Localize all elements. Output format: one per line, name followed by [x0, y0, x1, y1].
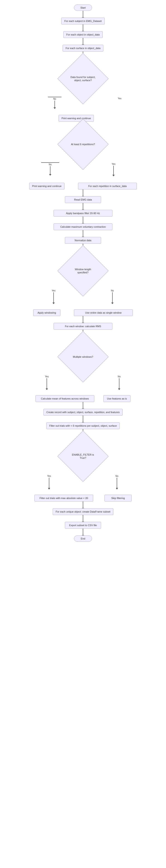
arrow-15	[83, 501, 83, 508]
bandpass-box: Apply bandpass filter 20-90 Hz	[54, 210, 112, 217]
filter-trials-box: Filter out trials with < 6 repetitions p…	[46, 422, 120, 429]
for-subject-node: For each subject in EMG_Dataset	[0, 18, 166, 24]
data-found-label: Data found for subject, object, surface?	[69, 75, 97, 82]
arrow-3	[83, 38, 83, 45]
for-object-node: For each object in object_data	[0, 31, 166, 38]
for-rep-box: For each repetition in surface_data	[78, 183, 137, 189]
arrow-1	[83, 11, 83, 18]
filter-abs-label: Filter out trials with max absolute valu…	[40, 497, 88, 499]
normalize-box: Normalize data	[65, 237, 101, 244]
filter-abs-box: Filter out trials with max absolute valu…	[34, 495, 93, 501]
multiple-windows-label: Multiple windows?	[69, 355, 97, 359]
yes-arm-ef: Yes	[35, 474, 63, 490]
end-box: End	[74, 535, 92, 542]
yes-label-data-found: Yes	[118, 97, 122, 100]
yes-label-4: Yes	[45, 375, 48, 378]
start-label: Start	[80, 6, 86, 9]
flowchart: Start For each subject in EMG_Dataset Fo…	[0, 0, 166, 868]
use-entire-col: Use entire data as single window	[74, 309, 133, 316]
for-object-box: For each object in object_data	[63, 31, 102, 38]
branch-row-6-reps: Print warning and continue For each repe…	[0, 183, 166, 189]
read-emg-box: Read EMG data	[65, 196, 101, 203]
print-warn2-box: Print warning and continue	[29, 183, 64, 189]
branch-at-least-6: No Yes	[34, 162, 132, 183]
calc-mvc-label: Calculate maximum voluntary contraction	[60, 225, 106, 228]
arrow-13	[83, 415, 83, 422]
no-label-2: No	[49, 163, 52, 166]
window-spec-node: Window length specified?	[0, 253, 166, 289]
for-unique-label: For each unique object: create DataFrame…	[56, 510, 110, 513]
calc-mean-label: Calculate mean of features across window…	[41, 397, 89, 400]
normalize-node: Normalize data	[0, 237, 166, 244]
apply-window-col: Apply windowing	[33, 309, 60, 316]
no-arm-ef: No	[103, 474, 131, 490]
for-object-label: For each object in object_data	[66, 33, 100, 36]
create-record-node: Create record with subject, object, surf…	[0, 409, 166, 415]
at-least-6-node: At least 6 repetitions?	[0, 126, 166, 162]
arrow-7	[83, 217, 83, 223]
no-arm-data-found: No	[40, 97, 69, 109]
branch-data-found: No Yes	[40, 97, 126, 115]
yes-label-1: Yes	[118, 97, 122, 100]
calc-rms-label: For each window: calculate RMS	[65, 325, 101, 328]
apply-window-box: Apply windowing	[33, 309, 60, 316]
calc-rms-node: For each window: calculate RMS	[0, 323, 166, 330]
for-surface-node: For each surface in object_data	[0, 45, 166, 52]
no-arm-mw: No	[106, 375, 133, 390]
at-least-6-label: At least 6 repetitions?	[69, 143, 97, 146]
print-warn2-col: Print warning and continue	[29, 183, 64, 189]
yes-label-3: Yes	[52, 289, 56, 292]
use-features-box: Use features as is	[103, 395, 131, 402]
arrow-8	[83, 230, 83, 237]
calc-mean-col: Calculate mean of features across window…	[35, 395, 94, 402]
no-label-3: No	[111, 289, 114, 292]
apply-window-label: Apply windowing	[37, 311, 56, 314]
arrow-17	[83, 529, 83, 535]
for-rep-col: For each repetition in surface_data	[78, 183, 137, 189]
export-csv-box: Export subset to CSV file	[65, 522, 101, 529]
for-unique-node: For each unique object: create DataFrame…	[0, 508, 166, 515]
export-csv-node: Export subset to CSV file	[0, 522, 166, 529]
data-found-node: Data found for subject, object, surface?	[0, 61, 166, 97]
print-warn1-box: Print warning and continue	[59, 115, 94, 122]
calc-mvc-box: Calculate maximum voluntary contraction	[54, 223, 112, 230]
arrow-5	[83, 189, 83, 196]
no-label-4: No	[118, 375, 121, 378]
calc-mvc-node: Calculate maximum voluntary contraction	[0, 223, 166, 230]
yes-arm-window: Yes	[40, 289, 67, 304]
use-entire-box: Use entire data as single window	[74, 309, 133, 316]
for-subject-label: For each subject in EMG_Dataset	[64, 20, 102, 22]
use-features-col: Use features as is	[103, 395, 131, 402]
read-emg-label: Read EMG data	[74, 198, 92, 201]
print-warn1-col: Print warning and continue	[59, 115, 94, 122]
print-warn1-label: Print warning and continue	[62, 117, 91, 120]
bandpass-label: Apply bandpass filter 20-90 Hz	[66, 212, 100, 215]
arrow-2	[83, 24, 83, 31]
end-node: End	[0, 535, 166, 542]
branch-window-spec: Yes No	[40, 289, 126, 309]
branch-enable-filter: Yes No	[35, 474, 131, 495]
arrow-12	[83, 402, 83, 409]
filter-trials-label: Filter out trials with < 6 repetitions p…	[49, 424, 117, 427]
branch-row-mw: Calculate mean of features across window…	[0, 395, 166, 402]
enable-filter-label: ENABLE_FILTER is True?	[69, 453, 97, 460]
for-subject-box: For each subject in EMG_Dataset	[61, 18, 104, 24]
print-warn2-label: Print warning and continue	[32, 185, 62, 187]
calc-rms-box: For each window: calculate RMS	[54, 323, 112, 330]
no-label-5: No	[115, 475, 119, 477]
filter-abs-col: Filter out trials with max absolute valu…	[34, 495, 93, 501]
bandpass-node: Apply bandpass filter 20-90 Hz	[0, 210, 166, 217]
start-box: Start	[74, 4, 92, 11]
use-entire-label: Use entire data as single window	[85, 311, 122, 314]
filter-trials-node: Filter out trials with < 6 repetitions p…	[0, 422, 166, 429]
skip-filtering-box: Skip filtering	[104, 495, 132, 501]
export-csv-label: Export subset to CSV file	[69, 524, 97, 527]
skip-filtering-label: Skip filtering	[111, 497, 125, 499]
for-unique-box: For each unique object: create DataFrame…	[53, 508, 113, 515]
read-emg-node: Read EMG data	[0, 196, 166, 203]
normalize-label: Normalize data	[75, 239, 91, 242]
calc-mean-box: Calculate mean of features across window…	[35, 395, 94, 402]
yes-label-5: Yes	[47, 475, 51, 477]
create-record-box: Create record with subject, object, surf…	[43, 409, 123, 415]
end-label: End	[81, 537, 85, 540]
